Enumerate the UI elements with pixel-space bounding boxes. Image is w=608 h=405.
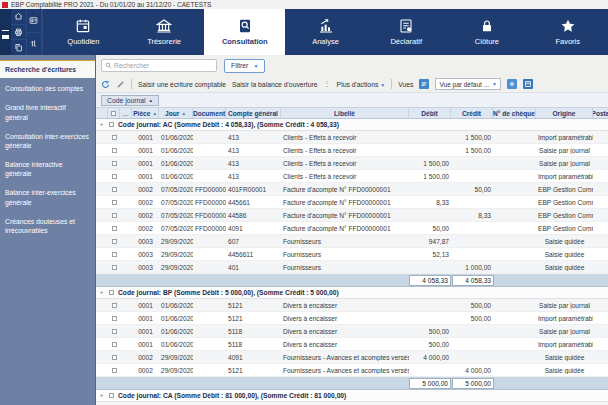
search-box[interactable]: [101, 59, 217, 72]
table-row[interactable]: 000329/09/20204456611Fournisseurs52,13Sa…: [96, 248, 608, 261]
table-row[interactable]: 000329/09/2020401Fournisseurs1 000,00Sai…: [96, 261, 608, 274]
tab-favoris[interactable]: Favoris: [527, 9, 608, 55]
group-by-chip[interactable]: Code journal ▲: [101, 95, 159, 106]
row-checkbox[interactable]: [112, 226, 117, 231]
sidebar-item-3[interactable]: Consultation inter-exercices générale: [0, 128, 95, 154]
table-row[interactable]: 000101/06/20205121Divers à encaisser500,…: [96, 299, 608, 312]
origine-cell: Saisie par journal: [536, 328, 593, 335]
copy-icon[interactable]: [11, 40, 27, 55]
more-dots-icon[interactable]: ⋮: [324, 80, 331, 88]
group-header-text: Code journal: AC (Somme Débit : 4 058,33…: [118, 121, 339, 128]
expander-icon[interactable]: +: [98, 289, 105, 296]
contact-card-icon[interactable]: [27, 9, 43, 33]
table-row[interactable]: 000207/05/2020FFD0000000144586Facture d'…: [96, 209, 608, 222]
table-row[interactable]: 000101/06/2020413Clients - Effets à rece…: [96, 131, 608, 144]
row-checkbox[interactable]: [112, 265, 117, 270]
row-checkbox[interactable]: [109, 122, 114, 127]
libelle-cell: Facture d'acompte N° FFD00000001: [281, 225, 409, 232]
row-checkbox[interactable]: [112, 329, 117, 334]
compte-cell: 4091: [226, 225, 281, 232]
printer-icon[interactable]: [11, 25, 27, 41]
piece-cell: 0002: [132, 225, 159, 232]
manage-views-icon[interactable]: [523, 79, 533, 89]
grid-cell: [108, 264, 120, 271]
row-checkbox[interactable]: [112, 368, 117, 373]
tab-tresorerie[interactable]: Trésorerie: [124, 9, 205, 55]
group-header-row[interactable]: +Code journal: AC (Somme Débit : 4 058,3…: [96, 119, 608, 131]
select-all-checkbox[interactable]: [111, 111, 116, 116]
table-row[interactable]: 000101/06/20205121Divers à encaisser500,…: [96, 312, 608, 325]
row-checkbox[interactable]: [112, 200, 117, 205]
group-header-row[interactable]: +Code journal: CA (Somme Débit : 81 000,…: [96, 390, 608, 402]
view-selector[interactable]: Vue par défaut ... ▼: [435, 78, 501, 90]
table-row[interactable]: 000329/09/2020607Fournisseurs947,87Saisi…: [96, 235, 608, 248]
row-checkbox[interactable]: [112, 316, 117, 321]
row-checkbox[interactable]: [112, 342, 117, 347]
table-row[interactable]: 000101/06/20205118Divers à encaisser500,…: [96, 338, 608, 351]
piece-cell: 0001: [132, 134, 159, 141]
sidebar-item-5[interactable]: Balance inter-exercices générale: [0, 184, 95, 210]
group-header-row[interactable]: +Code journal: BP (Somme Débit : 5 000,0…: [96, 287, 608, 299]
libelle-cell: Divers à encaisser: [281, 328, 409, 335]
jour-cell: 07/05/2020: [159, 212, 193, 219]
jour-cell: 29/09/2020: [159, 251, 193, 258]
row-checkbox[interactable]: [112, 355, 117, 360]
tab-cloture[interactable]: Clôture: [447, 9, 528, 55]
table-row[interactable]: 000229/09/20204091Fournisseurs - Avances…: [96, 351, 608, 364]
row-checkbox[interactable]: [112, 161, 117, 166]
table-row[interactable]: 000229/09/20205121Fournisseurs - Avances…: [96, 364, 608, 377]
row-checkbox[interactable]: [112, 174, 117, 179]
search-input[interactable]: [114, 62, 213, 69]
libelle-cell: Clients - Effets à recevoir: [281, 134, 409, 141]
compte-cell: 5121: [226, 367, 281, 374]
row-checkbox[interactable]: [112, 239, 117, 244]
sidebar-item-4[interactable]: Balance interactive générale: [0, 156, 95, 182]
add-view-icon[interactable]: [507, 79, 517, 89]
view-grid-icon[interactable]: [419, 79, 429, 89]
table-row[interactable]: 000101/06/2020413Clients - Effets à rece…: [96, 170, 608, 183]
row-checkbox[interactable]: [112, 303, 117, 308]
tab-declaratif[interactable]: Déclaratif: [366, 9, 447, 55]
debit-cell: 8,33: [409, 199, 451, 206]
row-checkbox[interactable]: [112, 135, 117, 140]
filter-button[interactable]: Filtrer ▼: [224, 59, 265, 73]
expander-icon[interactable]: +: [98, 392, 105, 399]
row-checkbox[interactable]: [112, 213, 117, 218]
table-row[interactable]: 000101/06/2020413Clients - Effets à rece…: [96, 157, 608, 170]
sort-icon[interactable]: [27, 33, 43, 56]
row-checkbox[interactable]: [112, 148, 117, 153]
new-entry-button[interactable]: Saisir une écriture comptable: [138, 81, 226, 88]
tab-label: Consultation: [222, 37, 268, 46]
group-by-bar: Code journal ▲: [96, 92, 608, 107]
tab-analyse[interactable]: Analyse: [285, 9, 366, 55]
libelle-cell: Divers à encaisser: [281, 302, 409, 309]
refresh-icon[interactable]: [101, 80, 110, 89]
table-row[interactable]: 000207/05/2020FFD00000001401FR00001Factu…: [96, 183, 608, 196]
tab-quotidien[interactable]: Quotidien: [43, 9, 124, 55]
table-row[interactable]: 000207/05/2020FFD000000014091Facture d'a…: [96, 222, 608, 235]
expander-icon[interactable]: +: [98, 121, 105, 128]
table-row[interactable]: 000101/06/20205118Divers à encaisser500,…: [96, 325, 608, 338]
table-row[interactable]: 000207/05/2020FFD00000001445661Facture d…: [96, 196, 608, 209]
jour-cell: 01/06/2020: [159, 147, 193, 154]
sidebar-item-1[interactable]: Consultation des comptes: [0, 80, 95, 97]
home-icon[interactable]: [11, 9, 27, 25]
tab-consultation[interactable]: Consultation: [204, 9, 285, 55]
libelle-cell: Clients - Effets à recevoir: [281, 147, 409, 154]
sidebar-item-0[interactable]: Recherche d'écritures: [0, 60, 95, 78]
row-checkbox[interactable]: [112, 187, 117, 192]
row-checkbox[interactable]: [109, 393, 114, 398]
sidebar-item-6[interactable]: Créances douteuses et irrécouvrables: [0, 213, 95, 239]
main-panel: Filtrer ▼ Saisir une écriture comptable …: [95, 55, 608, 405]
edit-pencil-icon[interactable]: [116, 80, 125, 89]
compte-cell: 5121: [226, 315, 281, 322]
menu-icon[interactable]: [0, 9, 11, 55]
row-checkbox[interactable]: [112, 252, 117, 257]
table-row[interactable]: 000101/06/2020413Clients - Effets à rece…: [96, 144, 608, 157]
grid-cell: [108, 173, 120, 180]
jour-cell: 29/09/2020: [159, 354, 193, 361]
opening-balance-button[interactable]: Saisir la balance d'ouverture: [232, 81, 318, 88]
sidebar-item-2[interactable]: Grand livre interactif général: [0, 99, 95, 125]
more-actions-button[interactable]: Plus d'actions ▼: [337, 81, 386, 88]
row-checkbox[interactable]: [109, 290, 114, 295]
